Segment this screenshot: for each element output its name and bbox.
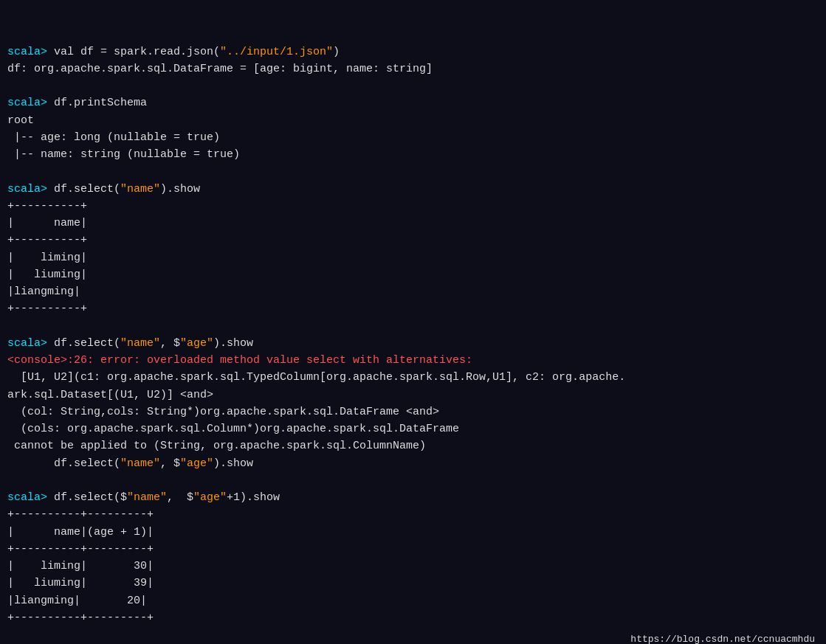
block4-err6: cannot be applied to (String, org.apache… xyxy=(7,440,426,452)
watermark: https://blog.csdn.net/ccnuacmhdu xyxy=(630,634,815,644)
block5-prompt: scala> df.select($"name", $"age"+1).show xyxy=(7,491,280,504)
block5-header: | name|(age + 1)| xyxy=(7,526,154,539)
block3-header: | name| xyxy=(7,217,87,229)
block4-err5: (cols: org.apache.spark.sql.Column*)org.… xyxy=(7,423,459,435)
code-content: scala> val df = spark.read.json("../inpu… xyxy=(7,9,819,643)
block2-name: |-- name: string (nullable = true) xyxy=(7,148,240,161)
block4-err7: df.select("name", $"age").show xyxy=(7,457,253,470)
block1-line1: scala> val df = spark.read.json("../inpu… xyxy=(7,46,340,58)
block3-sep2: +----------+ xyxy=(7,234,87,246)
block5-sep3: +----------+---------+ xyxy=(7,612,154,624)
block1-line2: df: org.apache.spark.sql.DataFrame = [ag… xyxy=(7,63,433,75)
block3-row3: |liangming| xyxy=(7,285,80,298)
block3-row2: | liuming| xyxy=(7,269,87,281)
block3-sep3: +----------+ xyxy=(7,302,87,315)
terminal: scala> val df = spark.read.json("../inpu… xyxy=(0,0,826,644)
block4-err1: <console>:26: error: overloaded method v… xyxy=(7,354,472,367)
block5-sep1: +----------+---------+ xyxy=(7,508,154,521)
block2-root: root xyxy=(7,114,34,127)
block4-prompt: scala> df.select("name", $"age").show xyxy=(7,337,253,350)
block2-age: |-- age: long (nullable = true) xyxy=(7,131,220,144)
block5-sep2: +----------+---------+ xyxy=(7,543,154,555)
block4-err3: ark.sql.Dataset[(U1, U2)] <and> xyxy=(7,389,213,401)
block2-prompt: scala> df.printSchema xyxy=(7,97,147,109)
block5-row2: | liuming| 39| xyxy=(7,577,154,589)
block5-row1: | liming| 30| xyxy=(7,560,154,572)
block5-row3: |liangming| 20| xyxy=(7,595,147,607)
block3-prompt: scala> df.select("name").show xyxy=(7,183,200,195)
block3-row1: | liming| xyxy=(7,252,87,264)
block4-err2: [U1, U2](c1: org.apache.spark.sql.TypedC… xyxy=(7,371,625,384)
block3-sep1: +----------+ xyxy=(7,200,87,212)
block4-err4: (col: String,cols: String*)org.apache.sp… xyxy=(7,406,439,418)
